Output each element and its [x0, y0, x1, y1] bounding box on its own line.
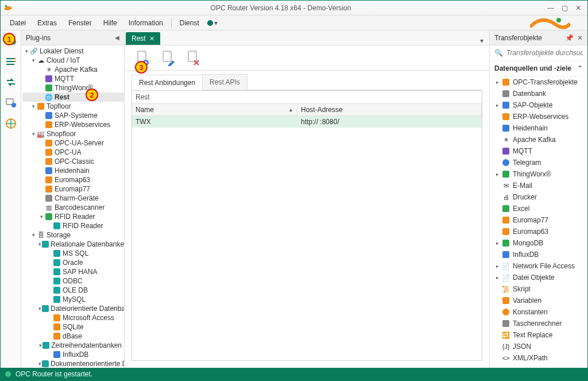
script-icon: 📜 [501, 284, 510, 294]
item-script[interactable]: 📜Skript [490, 283, 587, 295]
close-button[interactable]: ✕ [571, 2, 585, 14]
edit-item-button[interactable] [160, 49, 175, 67]
item-sap[interactable]: ▸SAP-Objekte [490, 99, 587, 111]
tree-charm[interactable]: Charm-Geräte [22, 194, 124, 203]
minimize-button[interactable]: — [544, 2, 558, 14]
tree-erp[interactable]: ERP-Webservices [22, 120, 124, 129]
tree-rfid[interactable]: RFID Reader [22, 221, 124, 230]
chevron-up-icon[interactable]: ⌃ [577, 64, 583, 72]
tree-thingworx[interactable]: ThingWorx® [22, 83, 124, 93]
tree-euromap77[interactable]: Euromap77 [22, 184, 124, 194]
item-printer[interactable]: 🖨Drucker [490, 191, 587, 203]
item-influx[interactable]: InfluxDB [490, 249, 587, 260]
item-mongo[interactable]: ▸MongoDB [490, 237, 587, 249]
tree-opc-classic[interactable]: OPC-Classic [22, 157, 124, 166]
tree-access[interactable]: Microsoft Access [22, 313, 124, 322]
menu-information[interactable]: Information [123, 17, 169, 29]
item-erp[interactable]: ERP-Webservices [490, 111, 587, 122]
tree-mssql[interactable]: MS SQL [22, 249, 124, 258]
transfer-search[interactable]: 🔍 [490, 45, 587, 61]
tree-influx[interactable]: InfluxDB [22, 350, 124, 359]
item-kafka[interactable]: ✳Apache Kafka [490, 134, 587, 145]
tree-opcua[interactable]: OPC-UA [22, 148, 124, 157]
item-thingworx[interactable]: ▸ThingWorx® [490, 168, 587, 180]
tree-mqtt[interactable]: MQTT [22, 74, 124, 83]
tree-cloud-iot[interactable]: ▾☁Cloud / IoT [22, 56, 124, 65]
section-datenquellen[interactable]: Datenquellen und -ziele ⌃ [490, 61, 587, 76]
tree-rfid-group[interactable]: ▾RFID Reader [22, 212, 124, 221]
tree-sqlite[interactable]: SQLite [22, 322, 124, 332]
printer-icon: 🖨 [501, 193, 510, 202]
grid-row-twx[interactable]: TWX http:// :8080/ [132, 116, 482, 128]
tree-oracle[interactable]: Oracle [22, 258, 124, 267]
delete-item-button[interactable] [185, 49, 200, 67]
tab-overflow-dropdown[interactable]: ▾ [474, 37, 489, 45]
tree-dbase[interactable]: dBase [22, 332, 124, 341]
tree-oledb[interactable]: OLE DB [22, 286, 124, 295]
tree-topfloor[interactable]: ▾Topfloor [22, 102, 124, 111]
item-db[interactable]: Datenbank [490, 88, 587, 99]
tree-opcua-server[interactable]: OPC-UA-Server [22, 138, 124, 148]
item-calc[interactable]: Taschenrechner [490, 318, 587, 329]
item-json[interactable]: {J}JSON [490, 341, 587, 352]
col-name[interactable]: Name▲ [132, 104, 297, 116]
tab-close-icon[interactable]: ✕ [149, 35, 154, 43]
tree-tsdb[interactable]: ▾Zeitreihendatenbanken [22, 341, 124, 350]
tree-euromap63[interactable]: Euromap63 [22, 175, 124, 184]
tree-saphana[interactable]: SAP HANA [22, 267, 124, 276]
item-opctrans[interactable]: ▸OPC-Transferobjekte [490, 76, 587, 88]
tree-storage[interactable]: ▾🗄Storage [22, 230, 124, 240]
item-heidenhain[interactable]: Heidenhain [490, 122, 587, 134]
tree-sap[interactable]: SAP-Systeme [22, 111, 124, 120]
plugins-collapse-icon[interactable]: ◀ [115, 34, 119, 41]
item-email[interactable]: ✉E-Mail [490, 180, 587, 191]
panel-close-icon[interactable]: ✕ [577, 34, 583, 42]
menu-hilfe[interactable]: Hilfe [98, 17, 123, 29]
item-const[interactable]: Konstanten [490, 306, 587, 318]
subtab-anbindungen[interactable]: Rest Anbindungen [131, 75, 203, 90]
tree-mysql[interactable]: MySQL [22, 295, 124, 304]
tree-docdb[interactable]: ▾Dokumentenorientierte Da... [22, 359, 124, 368]
item-xml[interactable]: <>XML/XPath [490, 352, 587, 364]
item-euromap77[interactable]: Euromap77 [490, 214, 587, 226]
menu-fenster[interactable]: Fenster [63, 17, 98, 29]
subtab-apis[interactable]: Rest APIs [202, 74, 247, 90]
opcua-icon [45, 148, 53, 156]
menu-dienst-dropdown[interactable]: ▾ [213, 17, 219, 29]
tree-lokaler-dienst[interactable]: ▾🔗Lokaler Dienst [22, 47, 124, 56]
nav-connections-icon[interactable] [3, 53, 19, 70]
pin-icon[interactable]: 📌 [565, 34, 574, 42]
tree-reldb[interactable]: ▾Relationale Datenbanken [22, 240, 124, 249]
opcua-srv-icon [45, 139, 53, 147]
tree-odbc[interactable]: ODBC [22, 276, 124, 286]
item-nfa[interactable]: ▸📄Network File Access [490, 260, 587, 272]
item-fileobj[interactable]: ▸📄Datei Objekte [490, 272, 587, 283]
menu-dienst[interactable]: Dienst [174, 17, 205, 29]
item-vars[interactable]: Variablen [490, 295, 587, 306]
col-host[interactable]: Host-Adresse [297, 104, 482, 116]
tree-barcode[interactable]: ▥Barcodescanner [22, 203, 124, 212]
calc-icon [501, 319, 510, 328]
menu-datei[interactable]: Datei [4, 17, 32, 29]
tree-filedb[interactable]: ▾Dateiorientierte Datenban... [22, 304, 124, 313]
tree-heidenhain[interactable]: Heidenhain [22, 166, 124, 175]
nav-settings-icon[interactable] [3, 95, 19, 111]
search-input[interactable] [506, 49, 583, 57]
item-telegram[interactable]: Telegram [490, 157, 587, 168]
tree-kafka[interactable]: ✳Apache Kafka [22, 65, 124, 74]
annotation-2: 2 [86, 88, 98, 101]
item-mqtt[interactable]: MQTT [490, 145, 587, 157]
nav-transfers-icon[interactable] [3, 74, 19, 90]
nav-globe-icon[interactable] [3, 116, 19, 132]
item-excel[interactable]: Excel [490, 203, 587, 214]
menu-extras[interactable]: Extras [32, 17, 63, 29]
maximize-button[interactable]: ▢ [558, 2, 571, 14]
item-euromap63[interactable]: Euromap63 [490, 226, 587, 237]
plugins-tree[interactable]: ▾🔗Lokaler Dienst ▾☁Cloud / IoT ✳Apache K… [21, 45, 124, 368]
transfer-list[interactable]: ▸OPC-Transferobjekte Datenbank ▸SAP-Obje… [490, 76, 587, 368]
tree-shopfloor[interactable]: ▾🏭Shopfloor [22, 129, 124, 138]
item-replace[interactable]: 🔁Text Replace [490, 329, 587, 341]
tab-rest[interactable]: Rest ✕ [126, 32, 160, 45]
tree-rest[interactable]: 🌐Rest [22, 93, 124, 102]
annotation-3: 3 [135, 61, 148, 74]
